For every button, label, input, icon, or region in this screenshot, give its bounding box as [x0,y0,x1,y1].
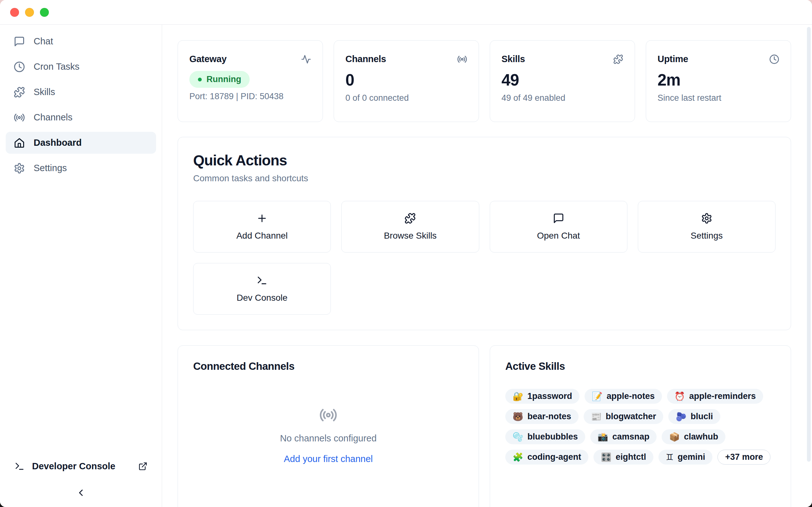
skill-badge-gemini: ♊gemini [658,450,712,464]
status-badge-label: Running [206,74,241,84]
clock-icon [769,54,779,64]
stat-card-skills: Skills4949 of 49 enabled [490,40,635,122]
radio-icon [319,406,338,424]
external-link-icon [138,462,148,471]
chat-icon [553,213,564,224]
stat-card-value: 2m [658,71,779,89]
collapse-sidebar-button[interactable] [75,487,86,498]
title-bar [0,0,812,25]
sidebar-item-label: Dashboard [34,137,82,148]
quick-action-label: Settings [691,231,722,241]
quick-action-label: Open Chat [537,231,580,241]
zoom-window-button[interactable] [40,8,49,17]
chat-icon [14,36,25,47]
minimize-window-button[interactable] [25,8,34,17]
app-body: ChatCron TasksSkillsChannelsDashboardSet… [0,25,812,507]
skill-badge-1password: 🔐1password [505,389,579,404]
stat-card-subtext: Port: 18789 | PID: 50438 [189,92,311,101]
stat-card-channels: Channels00 of 0 connected [334,40,479,122]
sidebar-item-skills[interactable]: Skills [6,81,156,103]
skill-badge-apple-reminders: ⏰apple-reminders [667,389,763,404]
skill-name: blucli [691,412,713,421]
quick-actions-title: Quick Actions [193,152,775,169]
stat-card-subtext: Since last restart [658,93,779,103]
home-icon [14,137,25,149]
quick-actions-panel: Quick Actions Common tasks and shortcuts… [177,137,791,330]
connected-channels-card: Connected Channels No channels configure… [177,345,479,507]
gear-icon [701,213,712,224]
quick-actions-subtitle: Common tasks and shortcuts [193,173,775,183]
status-dot-icon [198,78,202,81]
close-window-button[interactable] [10,8,19,17]
stat-card-title: Uptime [658,54,688,64]
skill-name: blogwatcher [606,412,656,421]
skill-emoji-icon: 🫧 [513,433,523,441]
sidebar-item-dashboard[interactable]: Dashboard [6,132,156,154]
channels-empty-text: No channels configured [280,433,377,444]
skills-more-button[interactable]: +37 more [717,450,770,464]
quick-action-settings[interactable]: Settings [638,201,775,252]
vertical-scrollbar-thumb[interactable] [807,27,811,462]
stat-card-title: Skills [502,54,525,64]
stat-card-subtext: 49 of 49 enabled [502,93,623,103]
stat-card-title: Channels [345,54,386,64]
quick-action-open-chat[interactable]: Open Chat [490,201,627,252]
stat-card-title: Gateway [189,54,226,64]
skill-badge-bluebubbles: 🫧bluebubbles [505,429,585,444]
developer-console-button[interactable]: Developer Console [14,461,148,471]
skills-list: 🔐1password📝apple-notes⏰apple-reminders🐻b… [505,389,775,464]
quick-action-label: Add Channel [236,231,288,241]
radio-icon [457,54,467,64]
sidebar-item-cron-tasks[interactable]: Cron Tasks [6,56,156,78]
sidebar-item-label: Chat [34,36,53,47]
puzzle-icon [14,87,25,98]
stats-row: GatewayRunningPort: 18789 | PID: 50438Ch… [177,40,791,122]
quick-action-dev-console[interactable]: Dev Console [193,263,331,315]
main-content: GatewayRunningPort: 18789 | PID: 50438Ch… [162,25,812,507]
skill-emoji-icon: 🎛️ [601,453,612,461]
skill-emoji-icon: 🔐 [513,392,523,400]
terminal-icon [14,461,25,471]
clock-icon [14,61,25,72]
sidebar-footer: Developer Console [0,461,162,507]
skill-badge-clawhub: 📦clawhub [662,429,725,444]
quick-action-label: Browse Skills [384,231,437,241]
quick-actions-grid: Add ChannelBrowse SkillsOpen ChatSetting… [193,201,775,315]
stat-card-value: 0 [345,71,467,89]
skill-name: apple-notes [606,391,655,401]
status-badge: Running [189,71,250,88]
skill-badge-bear-notes: 🐻bear-notes [505,409,578,424]
skill-emoji-icon: 📝 [592,392,603,400]
plus-icon [256,213,268,224]
skill-emoji-icon: ⏰ [674,392,685,400]
skill-name: coding-agent [527,452,581,462]
sidebar-item-label: Channels [34,112,72,123]
skill-emoji-icon: 📸 [598,433,608,441]
terminal-icon [256,275,268,286]
sidebar-item-channels[interactable]: Channels [6,107,156,128]
skill-emoji-icon: 📰 [591,412,602,421]
quick-action-label: Dev Console [237,293,287,303]
puzzle-icon [613,54,623,64]
add-first-channel-link[interactable]: Add your first channel [284,454,373,464]
stat-card-header: Gateway [189,54,311,64]
channels-empty-state: No channels configured Add your first ch… [193,406,463,464]
sidebar-item-settings[interactable]: Settings [6,157,156,179]
quick-action-browse-skills[interactable]: Browse Skills [341,201,479,252]
quick-action-add-channel[interactable]: Add Channel [193,201,331,252]
app-window: ChatCron TasksSkillsChannelsDashboardSet… [0,0,812,507]
skill-emoji-icon: 📦 [669,433,680,441]
sidebar-item-chat[interactable]: Chat [6,31,156,52]
skill-badge-apple-notes: 📝apple-notes [585,389,662,404]
stat-card-header: Skills [502,54,623,64]
activity-icon [301,54,311,64]
stat-card-gateway: GatewayRunningPort: 18789 | PID: 50438 [177,40,323,122]
stat-card-header: Uptime [658,54,779,64]
stat-card-uptime: Uptime2mSince last restart [646,40,791,122]
active-skills-title: Active Skills [505,360,775,372]
sidebar: ChatCron TasksSkillsChannelsDashboardSet… [0,25,162,507]
skill-name: gemini [677,452,705,462]
developer-console-label: Developer Console [32,461,115,471]
skill-name: bluebubbles [527,432,578,442]
stat-card-value: 49 [502,71,623,89]
